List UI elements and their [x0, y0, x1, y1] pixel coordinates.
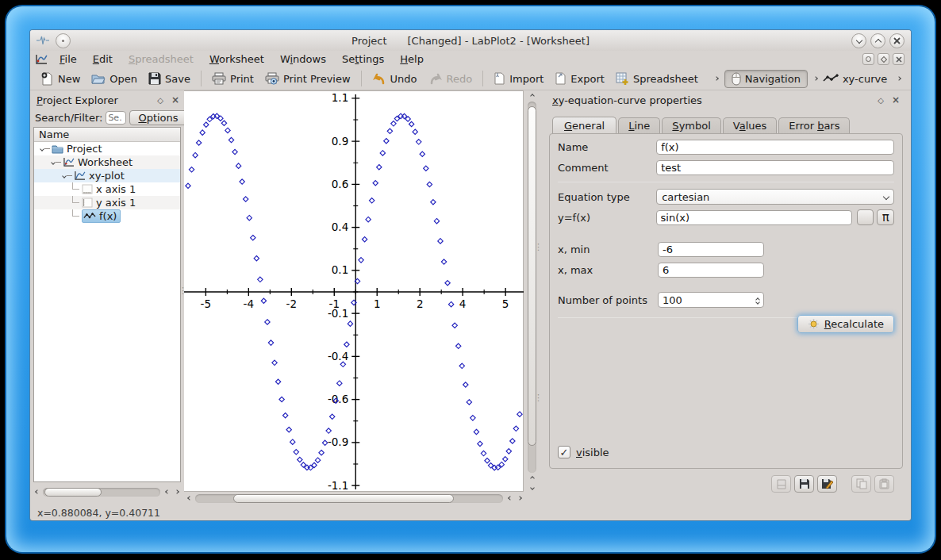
menu-edit[interactable]: Edit: [86, 52, 120, 66]
explorer-hscrollbar[interactable]: [33, 486, 181, 497]
main-toolbar: New Open Save Print Print Preview Undo R…: [30, 67, 911, 90]
mdi-close-button[interactable]: [893, 53, 905, 65]
new-button[interactable]: New: [35, 70, 86, 88]
scroll-left-icon[interactable]: [163, 490, 171, 493]
mdi-float-button[interactable]: [878, 53, 889, 65]
points-stepper[interactable]: 100: [658, 292, 764, 308]
close-button[interactable]: [889, 33, 905, 48]
save-button[interactable]: Save: [143, 70, 196, 87]
expander-icon[interactable]: [40, 148, 50, 151]
xmax-field[interactable]: [658, 263, 764, 278]
tab-values[interactable]: Values: [723, 117, 777, 133]
open-button[interactable]: Open: [86, 71, 143, 87]
tab-line[interactable]: Line: [618, 117, 660, 133]
xmin-field[interactable]: [658, 242, 764, 257]
comment-field[interactable]: [656, 160, 894, 175]
explorer-title: Project Explorer: [36, 94, 118, 106]
scroll-right-icon[interactable]: [173, 490, 181, 493]
plot-vscrollbar[interactable]: [526, 92, 538, 492]
print-button[interactable]: Print: [206, 70, 259, 87]
scroll-up-icon[interactable]: [528, 92, 536, 100]
svg-text:-0.9: -0.9: [328, 435, 348, 448]
selected-row-highlight[interactable]: f(x): [82, 209, 121, 223]
export-icon: [555, 72, 567, 85]
tree-item-y-axis[interactable]: y axis 1: [34, 196, 180, 209]
shade-button[interactable]: [851, 33, 866, 48]
maximize-button[interactable]: [870, 33, 885, 48]
name-field[interactable]: [656, 140, 894, 155]
close-dock-icon[interactable]: ×: [892, 95, 900, 105]
scroll-right-icon[interactable]: [516, 497, 524, 500]
menu-worksheet[interactable]: Worksheet: [202, 52, 271, 66]
chevron-down-icon: [883, 194, 889, 200]
expander-icon[interactable]: [52, 161, 61, 164]
tree-column-header[interactable]: Name: [34, 128, 180, 142]
titlebar-menu-button[interactable]: [56, 33, 71, 48]
splitter-handle[interactable]: ⋮: [534, 245, 543, 249]
tree-item-x-axis[interactable]: x axis 1: [34, 182, 180, 196]
equation-type-label: Equation type: [558, 191, 656, 203]
mdi-restore-button[interactable]: [862, 53, 874, 65]
tab-general[interactable]: General: [552, 117, 616, 134]
navigation-button[interactable]: Navigation: [724, 70, 808, 88]
fx-field[interactable]: [656, 210, 852, 225]
tree-item-project[interactable]: Project: [34, 142, 180, 155]
xy-curve-button[interactable]: xy-curve: [817, 71, 893, 87]
close-dock-icon[interactable]: ×: [171, 95, 179, 105]
menu-spreadsheet: Spreadsheet: [121, 52, 201, 66]
tab-symbol[interactable]: Symbol: [662, 117, 720, 133]
svg-text:0.6: 0.6: [332, 178, 348, 190]
tree-item-worksheet[interactable]: Worksheet: [34, 155, 180, 169]
recalculate-button[interactable]: Recalculate: [797, 315, 894, 333]
toolbar-extension-chevron[interactable]: [897, 76, 901, 81]
redo-arrow-icon: [428, 73, 443, 85]
open-folder-icon: [91, 73, 106, 85]
tree-item-fx[interactable]: f(x): [34, 209, 180, 223]
spreadsheet-button[interactable]: Spreadsheet: [610, 70, 704, 88]
equation-type-select[interactable]: cartesian: [656, 189, 894, 205]
expression-options-button[interactable]: [857, 209, 874, 225]
import-icon: [494, 72, 505, 85]
export-button[interactable]: Export: [549, 70, 610, 87]
scroll-up-icon[interactable]: [528, 474, 536, 482]
svg-text:-1.1: -1.1: [328, 479, 348, 492]
scroll-left-icon[interactable]: [33, 490, 41, 493]
curve-properties-dock: xy-equation-curve properties ◇ × General…: [543, 90, 911, 504]
project-tree: Name Project Worksheet xy-plot: [33, 127, 181, 482]
plot-hscrollbar[interactable]: [186, 493, 524, 504]
xy-curve-icon: [823, 74, 839, 83]
float-dock-icon[interactable]: ◇: [878, 96, 884, 105]
plot-canvas[interactable]: -5-4-2-112451.10.90.60.40.1-0.1-0.4-0.6-…: [184, 90, 524, 492]
search-filter-input[interactable]: [106, 111, 126, 125]
print-preview-button[interactable]: Print Preview: [259, 70, 356, 87]
save-as-default-button[interactable]: [817, 475, 837, 493]
toolbar-extension-chevron[interactable]: [714, 76, 719, 81]
undo-button[interactable]: Undo: [367, 71, 423, 87]
mouse-icon: [732, 72, 741, 86]
tree-item-xy-plot[interactable]: xy-plot: [34, 169, 180, 182]
float-dock-icon[interactable]: ◇: [157, 96, 163, 105]
visible-checkbox[interactable]: ✓: [558, 446, 570, 458]
save-configuration-button[interactable]: [794, 475, 814, 493]
fx-label: y=f(x): [558, 212, 656, 224]
spin-down-icon[interactable]: [755, 300, 760, 305]
scroll-left-icon[interactable]: [186, 497, 194, 500]
tree-connector: [72, 209, 79, 217]
expander-icon[interactable]: [63, 175, 72, 178]
menu-file[interactable]: File: [52, 52, 84, 66]
menu-windows[interactable]: Windows: [273, 52, 333, 66]
svg-text:-0.4: -0.4: [328, 350, 348, 362]
svg-text:4: 4: [459, 297, 467, 310]
scroll-left-icon[interactable]: [506, 497, 514, 500]
import-button[interactable]: Import: [488, 70, 549, 87]
menu-help[interactable]: Help: [393, 52, 431, 66]
labplot-icon: [35, 54, 48, 65]
splitter-handle[interactable]: ⋮: [534, 396, 543, 400]
menu-settings[interactable]: Settings: [335, 52, 391, 66]
svg-text:1.1: 1.1: [332, 91, 348, 104]
options-button[interactable]: Options: [129, 110, 186, 125]
scroll-down-icon[interactable]: [528, 484, 536, 492]
tab-error-bars[interactable]: Error bars: [778, 117, 850, 133]
titlebar[interactable]: Project[Changed] - LabPlot2 - [Worksheet…: [30, 30, 911, 51]
pi-constants-button[interactable]: π: [877, 209, 894, 225]
